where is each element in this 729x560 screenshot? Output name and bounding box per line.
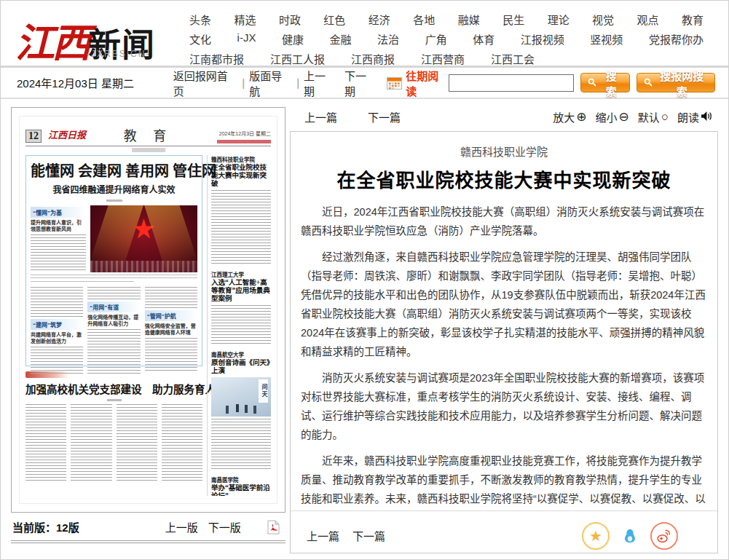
site-logo[interactable]: 江西新闻 -JXRBS.CN- (1, 1, 179, 66)
party-article-headline: 加强高校机关党支部建设 助力服务育人提质增效 (25, 381, 202, 396)
next-page-link[interactable]: 下一版 (208, 519, 241, 535)
party-article-columns (25, 404, 202, 483)
nav-link-3[interactable]: 红色 (323, 12, 345, 27)
nav-link-8[interactable]: 理论 (548, 12, 570, 27)
feature-subhead-tag: “用网”有道 (87, 301, 140, 312)
nav-link-10[interactable]: 观点 (637, 12, 659, 27)
article-paragraph-2: 消防灭火系统安装与调试赛项是2023年全国职业院校技能大赛的新增赛项，该赛项对标… (301, 368, 707, 444)
article-footer: 上一篇 下一篇 ★ (291, 510, 717, 553)
nav-link-6[interactable]: 融媒 (458, 12, 480, 27)
simulated-text (31, 275, 197, 280)
main-content: 12 江西日报 教 育 2024年12月3日 星期二 能懂网 会建网 善用网 管… (1, 99, 728, 553)
feature-article[interactable]: 能懂网 会建网 善用网 管住网 我省四维融通提升网络育人实效 “懂网”为基 提升… (25, 155, 202, 366)
separator: | (242, 76, 245, 89)
article-paragraph-0: 近日，2024年江西省职业院校技能大赛（高职组）消防灭火系统安装与调试赛项在赣西… (301, 202, 707, 240)
nav-link-9[interactable]: 党报帮你办 (649, 31, 704, 47)
nav-link-4[interactable]: 经济 (369, 12, 390, 27)
nav-link-0[interactable]: 头条 (189, 12, 211, 27)
nav-link-2[interactable]: 时政 (279, 12, 301, 27)
simulated-text (211, 190, 271, 266)
archive-reading-link[interactable]: 往期阅读 (406, 68, 449, 98)
side-article[interactable]: 南昌医学院 举办“基础医学前沿论坛” (211, 476, 271, 496)
nav-link-5[interactable]: 广角 (425, 31, 447, 47)
next-article-link[interactable]: 下一篇 (368, 109, 401, 125)
article-title: 在全省职业院校技能大赛中实现新突破 (301, 165, 707, 192)
side-article[interactable]: 南昌航空大学 原创音诗画《问天》上演 问天 (211, 350, 271, 471)
qq-share-icon[interactable] (616, 522, 644, 550)
current-page-label: 当前版： (12, 521, 56, 534)
nav-link-4[interactable]: 江西工会 (491, 51, 535, 66)
feature-subhead-tag: “管网”护航 (145, 310, 197, 321)
top-navigation: 头条精选时政红色经济各地融媒民生理论视觉观点教育 文化i-JX健康金融法治广角体… (179, 1, 728, 66)
read-aloud-label: 朗读 (677, 109, 699, 125)
nav-link-4[interactable]: 法治 (377, 31, 399, 47)
calendar-icon[interactable] (387, 76, 402, 90)
layout-nav-link[interactable]: 版面导航 (249, 68, 292, 98)
side-article-current[interactable]: 赣西科技职业学院 在全省职业院校技能大赛中实现新突破 (211, 155, 271, 266)
nav-link-1[interactable]: i-JX (237, 31, 256, 47)
nav-link-5[interactable]: 各地 (413, 12, 435, 27)
stage-photo (90, 205, 197, 272)
prev-issue-link[interactable]: 上一期 (304, 68, 336, 98)
nav-link-0[interactable]: 文化 (189, 31, 211, 47)
newspaper-page: 12 江西日报 教 育 2024年12月3日 星期二 能懂网 会建网 善用网 管… (19, 116, 277, 504)
nav-link-6[interactable]: 体育 (473, 31, 494, 47)
page-thumbnail-panel: 12 江西日报 教 育 2024年12月3日 星期二 能懂网 会建网 善用网 管… (11, 107, 285, 543)
feature-byline (106, 200, 122, 202)
article-view-controls: 放大 ⊕ 缩小 ⊖ 默认 ○ 朗读 (547, 109, 712, 125)
default-size-icon: ○ (661, 111, 669, 123)
zoom-out-control[interactable]: 缩小 ⊖ (595, 109, 628, 125)
newspaper-page-image[interactable]: 12 江西日报 教 育 2024年12月3日 星期二 能懂网 会建网 善用网 管… (11, 107, 285, 513)
simulated-text (31, 234, 86, 272)
search-button[interactable]: 搜 索 (580, 73, 630, 92)
site-search-button-label: 搜报网搜索 (655, 68, 708, 98)
simulated-text (145, 338, 197, 373)
read-aloud-control[interactable]: 朗读 (677, 109, 712, 125)
nav-link-7[interactable]: 民生 (503, 12, 524, 27)
back-to-home-link[interactable]: 返回报网首页 (173, 68, 237, 98)
footer-prev-article-link[interactable]: 上一篇 (307, 528, 339, 543)
newspaper-email-line (217, 140, 271, 143)
party-article-byline (107, 399, 122, 401)
nav-link-3[interactable]: 江西营商 (421, 51, 465, 66)
search-input[interactable] (449, 74, 574, 92)
newspaper-page-number: 12 (25, 130, 42, 143)
newspaper-main-column: 能懂网 会建网 善用网 管住网 我省四维融通提升网络育人实效 “懂网”为基 提升… (25, 155, 202, 496)
next-issue-link[interactable]: 下一期 (344, 68, 377, 98)
newspaper-date: 2024年12月3日 星期二 (219, 131, 271, 136)
nav-link-1[interactable]: 精选 (234, 12, 256, 27)
footer-next-article-link[interactable]: 下一篇 (352, 528, 385, 543)
nav-link-7[interactable]: 江报视频 (521, 31, 564, 47)
nav-link-11[interactable]: 教育 (682, 12, 704, 27)
nav-link-2[interactable]: 健康 (282, 31, 304, 47)
feature-columns: “建网”筑梦 共建网络育人平台，激发创新创造活力 “用网”有道 强化网络传播互动… (31, 287, 197, 380)
party-building-article[interactable]: 加强高校机关党支部建设 助力服务育人提质增效 (25, 371, 202, 483)
zoom-in-control[interactable]: 放大 ⊕ (553, 109, 586, 125)
zoom-out-icon: ⊖ (618, 111, 628, 123)
masthead-rule (25, 146, 271, 146)
simulated-text (71, 404, 111, 483)
side-article-title: 原创音诗画《问天》上演 (211, 359, 271, 375)
default-size-control[interactable]: 默认 ○ (638, 109, 669, 125)
feature-top-row: “懂网”为基 提升网络育人意识，引领思想教育新风尚 (31, 205, 197, 272)
photo-caption (31, 275, 197, 284)
nav-link-8[interactable]: 竖视频 (590, 31, 623, 47)
weibo-share-icon[interactable] (650, 522, 678, 550)
nav-link-3[interactable]: 金融 (330, 31, 352, 47)
nav-link-9[interactable]: 视觉 (592, 12, 614, 27)
prev-article-link[interactable]: 上一篇 (304, 109, 337, 125)
newspaper-section-title: 教 育 (124, 125, 173, 144)
prev-page-link[interactable]: 上一版 (165, 519, 198, 535)
nav-row-3: 江南都市报江西工人报江西商报江西营商江西工会 (189, 51, 704, 66)
double-rule (11, 540, 285, 543)
newspaper-body: 能懂网 会建网 善用网 管住网 我省四维融通提升网络育人实效 “懂网”为基 提升… (25, 155, 271, 496)
site-search-button[interactable]: 搜报网搜索 (637, 73, 715, 92)
qzone-share-icon[interactable]: ★ (582, 522, 610, 550)
nav-link-0[interactable]: 江南都市报 (189, 51, 244, 66)
pdf-icon[interactable] (267, 520, 280, 535)
side-article[interactable]: 江西理工大学 入选“人工智能+高等教育”应用场景典型案例 (211, 270, 271, 346)
feature-subhead-line: 强化网络传播互动，提升网络育人吸引力 (87, 314, 140, 327)
nav-link-1[interactable]: 江西工人报 (270, 51, 325, 66)
search-button-label: 搜 索 (599, 68, 623, 98)
nav-link-2[interactable]: 江西商报 (351, 51, 395, 66)
